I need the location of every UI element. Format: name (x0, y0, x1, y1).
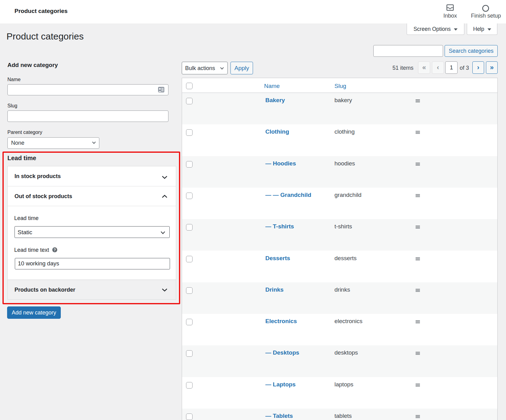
svg-text:?: ? (54, 248, 56, 252)
